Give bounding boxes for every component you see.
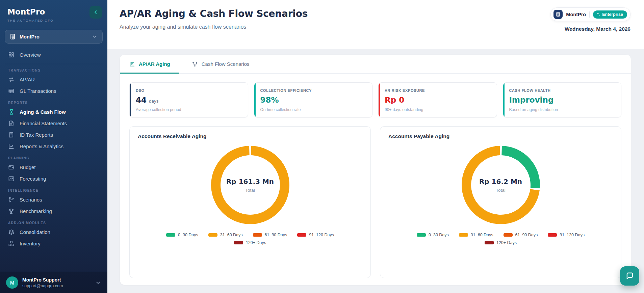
legend-label: 61–90 Days <box>515 233 538 237</box>
legend-swatch <box>234 241 243 244</box>
sidebar-section-label: PLANNING <box>8 156 99 160</box>
sidebar-item-ap-ar[interactable]: AP/AR <box>5 74 103 85</box>
chat-widget-button[interactable] <box>620 266 639 286</box>
chart-icon <box>8 143 15 150</box>
sidebar-section: REPORTSAging & Cash FlowFinancial Statem… <box>5 101 103 152</box>
legend-swatch <box>166 233 175 237</box>
sidebar-item-aging-cash-flow[interactable]: Aging & Cash Flow <box>5 106 103 117</box>
plan-badge: Enterprise <box>593 10 627 19</box>
app-logo: MontPro <box>7 7 100 16</box>
tab-label: AP/AR Aging <box>139 61 170 67</box>
legend-swatch <box>485 241 494 244</box>
legend-row: 0–30 Days31–60 Days61–90 Days91–120 Days <box>388 233 613 237</box>
legend-label: 0–30 Days <box>178 233 198 237</box>
company-selector-label: MontPro <box>20 34 88 39</box>
chart-title: Accounts Payable Aging <box>388 133 613 139</box>
receipt-icon <box>8 132 15 138</box>
chevron-down-icon <box>95 279 101 286</box>
main-area: AP/AR Aging & Cash Flow Scenarios Analyz… <box>107 0 644 293</box>
content-area: AP/AR AgingCash Flow Scenarios DSO44days… <box>107 49 644 293</box>
legend-item-61-90-days: 61–90 Days <box>504 233 538 237</box>
divider <box>589 11 590 18</box>
sidebar-section-label: ADD-ON MODULES <box>8 221 99 225</box>
sidebar-item-benchmarking[interactable]: Benchmarking <box>5 206 103 217</box>
sidebar-item-financial-statements[interactable]: Financial Statements <box>5 118 103 129</box>
legend-item-91-120-days: 91–120 Days <box>548 233 585 237</box>
legend-item-120-days: 120+ Days <box>234 240 266 245</box>
sidebar-item-forecasting[interactable]: Forecasting <box>5 173 103 184</box>
table-icon <box>8 88 15 94</box>
sidebar-item-inventory[interactable]: Inventory <box>5 238 103 249</box>
avatar: M <box>6 276 18 289</box>
sidebar-section: Overview <box>5 49 103 64</box>
sidebar-section: ADD-ON MODULESConsolidationInventory <box>5 221 103 249</box>
sidebar-item-label: Overview <box>20 52 41 58</box>
sidebar-item-label: ID Tax Reports <box>20 132 53 138</box>
tab-label: Cash Flow Scenarios <box>202 61 250 67</box>
flow-icon <box>192 61 198 67</box>
chevron-down-icon <box>92 33 98 40</box>
sidebar-item-reports-analytics[interactable]: Reports & Analytics <box>5 141 103 152</box>
org-badge-name: MontPro <box>566 12 586 17</box>
kpi-value: Rp 0 <box>385 96 404 104</box>
donut-segment-0-30-days[interactable] <box>501 146 540 188</box>
legend-label: 120+ Days <box>496 240 517 245</box>
org-badge[interactable]: MontPro Enterprise <box>550 7 630 21</box>
chevron-left-icon <box>93 9 99 16</box>
sidebar-section: TRANSACTIONSAP/ARGL Transactions <box>5 69 103 97</box>
sidebar-nav: OverviewTRANSACTIONSAP/ARGL Transactions… <box>0 46 107 272</box>
sidebar: MontPro THE AUTOMATED CFO MontPro Overvi… <box>0 0 107 293</box>
legend-swatch <box>297 233 306 237</box>
tab-ap-ar-aging[interactable]: AP/AR Aging <box>120 55 179 73</box>
sidebar-footer[interactable]: M MontPro Support support@aapgrp.com <box>0 272 107 293</box>
sidebar-item-label: Forecasting <box>20 176 46 182</box>
sidebar-item-overview[interactable]: Overview <box>5 49 103 60</box>
boxes-icon <box>8 240 15 247</box>
kpi-label: DSO <box>136 88 242 92</box>
branch-icon <box>8 196 15 203</box>
kpi-card-collection-efficiency: COLLECTION EFFICIENCY98%On-time collecti… <box>254 82 373 117</box>
donut-chart: Rp 161.3 MnTotal <box>208 143 292 227</box>
wallet-icon <box>8 164 15 170</box>
tab-cash-flow-scenarios[interactable]: Cash Flow Scenarios <box>183 55 259 73</box>
sidebar-collapse-button[interactable] <box>89 6 102 19</box>
company-selector[interactable]: MontPro <box>5 30 103 44</box>
legend-label: 91–120 Days <box>560 233 585 237</box>
kpi-value: Improving <box>509 96 554 104</box>
legend-label: 0–30 Days <box>429 233 449 237</box>
sparkles-icon <box>596 12 600 17</box>
sidebar-item-budget[interactable]: Budget <box>5 162 103 173</box>
main-panel: AP/AR AgingCash Flow Scenarios DSO44days… <box>120 55 631 285</box>
sidebar-item-label: Aging & Cash Flow <box>20 109 66 115</box>
grid-icon <box>8 52 15 58</box>
hourglass-icon <box>8 109 15 115</box>
sidebar-item-id-tax-reports[interactable]: ID Tax Reports <box>5 129 103 140</box>
sidebar-section: PLANNINGBudgetForecasting <box>5 156 103 184</box>
sidebar-item-gl-transactions[interactable]: GL Transactions <box>5 85 103 97</box>
sidebar-header: MontPro THE AUTOMATED CFO <box>0 0 107 24</box>
kpi-value-row: 98% <box>260 96 366 104</box>
header-right: MontPro Enterprise Wednesday, March 4, 2… <box>550 7 630 32</box>
sidebar-item-consolidation[interactable]: Consolidation <box>5 227 103 238</box>
sidebar-item-label: Budget <box>20 164 36 170</box>
legend-label: 31–60 Days <box>471 233 493 237</box>
legend-item-120-days: 120+ Days <box>485 240 517 245</box>
legend-item-0-30-days: 0–30 Days <box>166 233 198 237</box>
sidebar-section-label: TRANSACTIONS <box>8 69 99 72</box>
donut-segment-31-60-days[interactable] <box>211 146 289 224</box>
legend-row: 120+ Days <box>138 240 362 245</box>
trophy-icon <box>8 208 15 214</box>
sidebar-item-label: Reports & Analytics <box>20 143 63 149</box>
kpi-value-suffix: days <box>149 99 159 104</box>
legend-item-31-60-days: 31–60 Days <box>208 233 243 237</box>
building-icon <box>9 33 16 40</box>
support-email: support@aapgrp.com <box>22 284 91 288</box>
support-name: MontPro Support <box>22 277 91 283</box>
kpi-value-row: 44days <box>136 96 242 104</box>
legend-item-91-120-days: 91–120 Days <box>297 233 334 237</box>
sidebar-item-scenarios[interactable]: Scenarios <box>5 194 103 205</box>
kpi-value: 98% <box>260 96 279 104</box>
sidebar-item-label: Benchmarking <box>20 208 52 214</box>
legend-swatch <box>548 233 557 237</box>
kpi-subtext: 90+ days outstanding <box>385 107 491 112</box>
